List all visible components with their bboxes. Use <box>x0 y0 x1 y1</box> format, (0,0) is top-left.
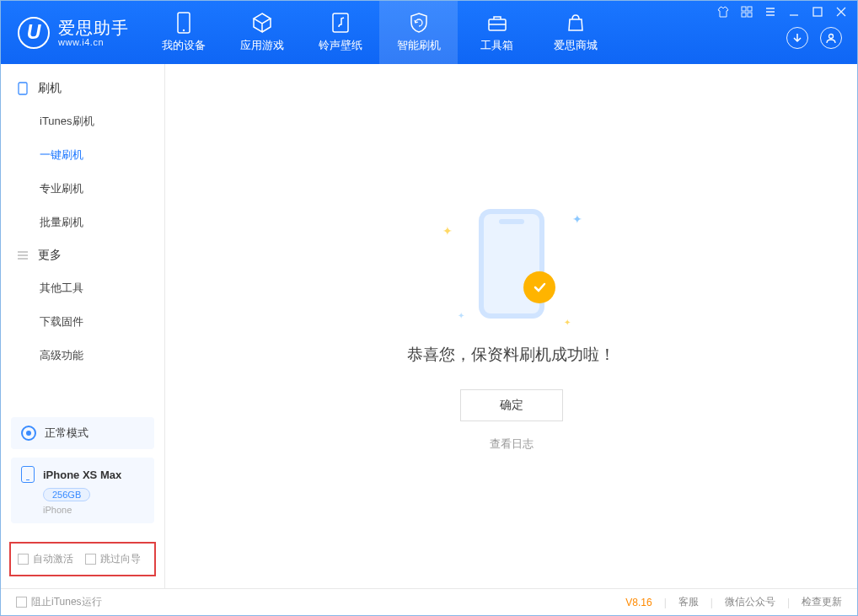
sparkle-icon: ✦ <box>564 318 571 327</box>
refresh-shield-icon <box>408 12 430 34</box>
sidebar-item-download-firmware[interactable]: 下载固件 <box>1 305 164 339</box>
device-name: iPhone XS Max <box>43 469 121 481</box>
header-right <box>707 1 857 64</box>
music-icon <box>330 12 351 34</box>
sidebar: 刷机 iTunes刷机 一键刷机 专业刷机 批量刷机 更多 其他工具 下载固件 … <box>1 64 165 588</box>
svg-rect-2 <box>333 13 348 32</box>
checkbox-block-itunes[interactable]: 阻止iTunes运行 <box>16 595 102 609</box>
window-controls <box>717 6 847 18</box>
success-check-icon <box>523 271 555 303</box>
sidebar-item-other-tools[interactable]: 其他工具 <box>1 271 164 305</box>
list-icon <box>16 249 29 262</box>
success-illustration: ✦ ✦ ✦ ✦ <box>427 201 596 327</box>
sidebar-item-oneclick-flash[interactable]: 一键刷机 <box>1 138 164 172</box>
device-info-card[interactable]: iPhone XS Max 256GB iPhone <box>11 458 154 523</box>
sidebar-item-advanced[interactable]: 高级功能 <box>1 339 164 372</box>
checkbox-icon <box>18 554 29 565</box>
device-icon <box>21 466 35 483</box>
sidebar-item-itunes-flash[interactable]: iTunes刷机 <box>1 104 164 138</box>
section-label: 更多 <box>38 248 62 263</box>
sparkle-icon: ✦ <box>458 311 464 320</box>
footer: 阻止iTunes运行 V8.16 | 客服 | 微信公众号 | 检查更新 <box>1 588 857 615</box>
device-type: iPhone <box>43 505 144 515</box>
app-title: 爱思助手 <box>58 19 129 37</box>
svg-rect-6 <box>742 13 746 17</box>
svg-rect-10 <box>19 83 27 94</box>
nav-toolbox[interactable]: 工具箱 <box>458 1 536 64</box>
checkbox-icon <box>85 554 96 565</box>
device-mode-card[interactable]: 正常模式 <box>11 417 154 449</box>
separator: | <box>711 597 713 608</box>
maximize-button[interactable] <box>812 6 823 18</box>
separator: | <box>664 597 667 608</box>
checkbox-icon <box>16 597 27 608</box>
sidebar-item-batch-flash[interactable]: 批量刷机 <box>1 206 164 239</box>
checkbox-label: 阻止iTunes运行 <box>31 595 102 609</box>
nav-label: 应用游戏 <box>240 38 284 53</box>
svg-rect-8 <box>813 8 822 16</box>
footer-right: V8.16 | 客服 | 微信公众号 | 检查更新 <box>625 595 842 609</box>
version-label: V8.16 <box>625 597 652 608</box>
shirt-icon[interactable] <box>717 6 729 18</box>
separator: | <box>787 597 790 608</box>
toolbox-icon <box>486 12 508 34</box>
svg-point-1 <box>182 29 184 31</box>
close-button[interactable] <box>835 6 847 18</box>
device-mode: 正常模式 <box>45 426 88 441</box>
checkbox-label: 跳过向导 <box>100 552 141 566</box>
logo-area: U 爱思助手 www.i4.cn <box>1 1 144 64</box>
success-message: 恭喜您，保资料刷机成功啦！ <box>407 344 615 366</box>
svg-point-9 <box>829 35 834 39</box>
footer-link-update[interactable]: 检查更新 <box>802 595 842 609</box>
grid-icon[interactable] <box>741 6 753 18</box>
footer-link-wechat[interactable]: 微信公众号 <box>725 595 775 609</box>
user-button[interactable] <box>820 27 842 49</box>
sidebar-section-flash: 刷机 <box>1 72 164 104</box>
view-log-link[interactable]: 查看日志 <box>490 437 534 452</box>
nav-ringtones[interactable]: 铃声壁纸 <box>301 1 379 64</box>
cube-icon <box>251 12 273 34</box>
svg-rect-4 <box>742 7 746 11</box>
nav-flash[interactable]: 智能刷机 <box>379 1 458 64</box>
nav-label: 智能刷机 <box>397 38 441 53</box>
menu-icon[interactable] <box>764 6 776 18</box>
nav-store[interactable]: 爱思商城 <box>536 1 614 64</box>
user-controls <box>786 27 847 59</box>
footer-link-support[interactable]: 客服 <box>678 595 699 609</box>
body: 刷机 iTunes刷机 一键刷机 专业刷机 批量刷机 更多 其他工具 下载固件 … <box>1 64 857 588</box>
flash-options-highlight: 自动激活 跳过向导 <box>9 542 156 576</box>
app-subtitle: www.i4.cn <box>58 37 129 47</box>
sidebar-section-more: 更多 <box>1 239 164 271</box>
ok-button[interactable]: 确定 <box>460 389 563 421</box>
sidebar-item-pro-flash[interactable]: 专业刷机 <box>1 172 164 206</box>
checkbox-auto-activate[interactable]: 自动激活 <box>18 552 73 566</box>
checkbox-skip-wizard[interactable]: 跳过向导 <box>85 552 141 566</box>
nav: 我的设备 应用游戏 铃声壁纸 智能刷机 工具箱 爱思商城 <box>144 1 614 64</box>
main-content: ✦ ✦ ✦ ✦ 恭喜您，保资料刷机成功啦！ 确定 查看日志 <box>165 64 857 588</box>
section-label: 刷机 <box>38 81 62 96</box>
svg-rect-7 <box>748 13 752 17</box>
mode-icon <box>21 426 36 441</box>
header: U 爱思助手 www.i4.cn 我的设备 应用游戏 铃声壁纸 智能刷机 <box>1 1 857 64</box>
logo-icon: U <box>18 17 50 49</box>
sparkle-icon: ✦ <box>442 224 453 238</box>
device-capacity: 256GB <box>43 488 90 501</box>
app-window: U 爱思助手 www.i4.cn 我的设备 应用游戏 铃声壁纸 智能刷机 <box>0 0 858 616</box>
sparkle-icon: ✦ <box>572 212 582 226</box>
nav-apps[interactable]: 应用游戏 <box>223 1 301 64</box>
minimize-button[interactable] <box>788 6 800 18</box>
sidebar-nav: 刷机 iTunes刷机 一键刷机 专业刷机 批量刷机 更多 其他工具 下载固件 … <box>1 64 164 409</box>
phone-small-icon <box>16 82 29 95</box>
nav-label: 爱思商城 <box>554 38 598 53</box>
footer-left: 阻止iTunes运行 <box>16 595 102 609</box>
device-panel: 正常模式 iPhone XS Max 256GB iPhone <box>11 417 154 523</box>
nav-label: 铃声壁纸 <box>319 38 362 53</box>
nav-label: 工具箱 <box>480 38 513 53</box>
nav-my-device[interactable]: 我的设备 <box>144 1 223 64</box>
nav-label: 我的设备 <box>162 38 206 53</box>
download-button[interactable] <box>786 27 808 49</box>
phone-icon <box>173 12 195 34</box>
bag-icon <box>565 12 587 34</box>
svg-rect-5 <box>748 7 752 11</box>
checkbox-label: 自动激活 <box>33 552 73 566</box>
